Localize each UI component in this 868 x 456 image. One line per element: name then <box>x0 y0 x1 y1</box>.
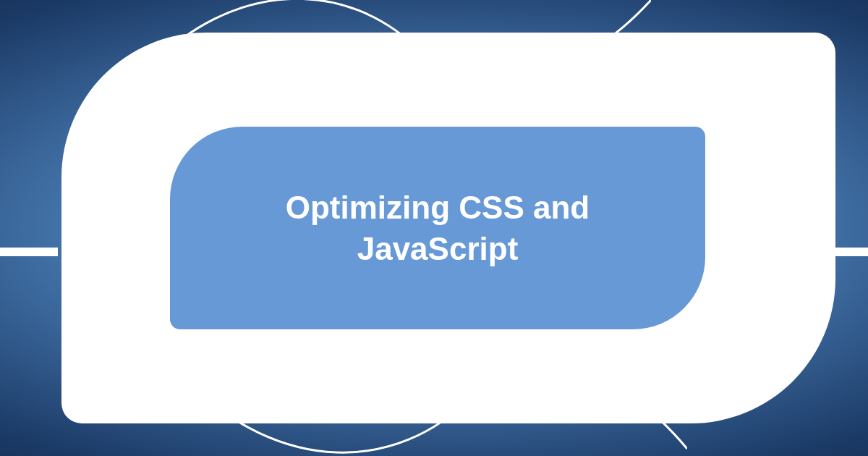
horizontal-accent-left <box>0 248 58 256</box>
page-title: Optimizing CSS and JavaScript <box>235 187 640 269</box>
inner-blue-panel: Optimizing CSS and JavaScript <box>170 127 705 329</box>
horizontal-accent-right <box>832 248 868 256</box>
